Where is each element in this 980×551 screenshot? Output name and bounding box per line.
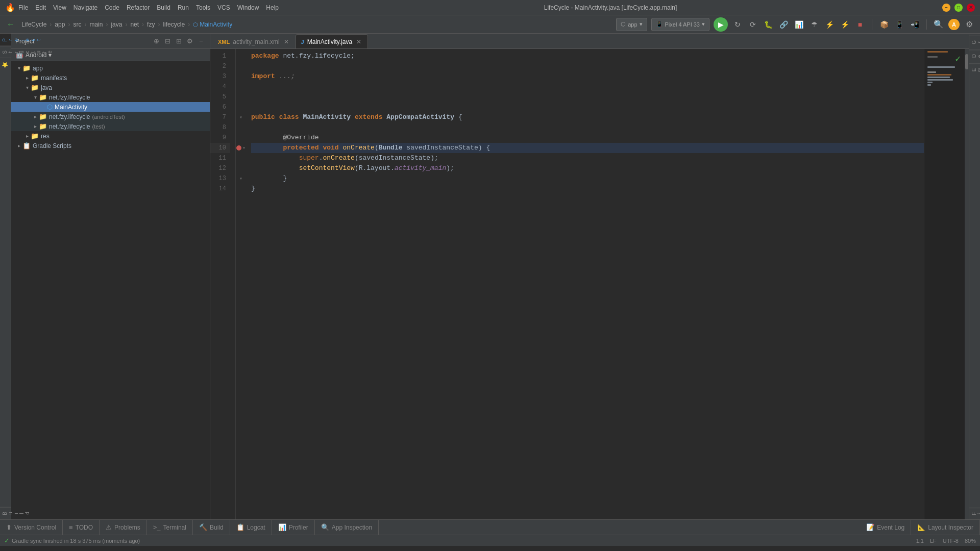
tab-mainactivity-java[interactable]: J MainActivity.java ✕ [296, 34, 369, 48]
breadcrumb-app[interactable]: app [55, 21, 65, 28]
device-select[interactable]: 📱 Pixel 4 API 33 ▾ [651, 18, 710, 31]
bottom-tab-version-control[interactable]: ⬆ Version Control [0, 520, 63, 535]
line-num-11: 11 [210, 153, 230, 163]
minimize-button[interactable]: − [942, 4, 950, 12]
sdk-manager[interactable]: 📦 [878, 19, 890, 30]
collapse-all-button[interactable]: ⊟ [163, 37, 172, 46]
bottom-tab-app-inspection[interactable]: 🔍 App Inspection [315, 520, 379, 535]
gutter-11 [236, 153, 246, 163]
java-file-icon: J [301, 39, 304, 45]
tree-item-app[interactable]: ▾ 📁 app [11, 63, 210, 73]
tree-item-mainactivity[interactable]: ⬡ MainActivity [11, 102, 210, 112]
menu-vcs[interactable]: VCS [217, 4, 230, 11]
menu-code[interactable]: Code [105, 4, 119, 11]
breadcrumb-lifecycle[interactable]: LifeCycle [21, 21, 46, 28]
tab-close-java[interactable]: ✕ [355, 38, 362, 46]
sync-button[interactable]: ⟳ [747, 19, 758, 30]
fold-button-13[interactable]: ▾ [239, 176, 242, 182]
menu-bar[interactable]: File Edit View Navigate Code Refactor Bu… [18, 4, 279, 11]
app-module-select[interactable]: ⬡ app ▾ [616, 18, 647, 31]
menu-edit[interactable]: Edit [35, 4, 46, 11]
breakpoint-10[interactable] [236, 145, 241, 151]
scrollbar-thumb[interactable] [965, 54, 968, 69]
menu-build[interactable]: Build [157, 4, 170, 11]
breadcrumb-fzy[interactable]: fzy [147, 21, 155, 28]
menu-file[interactable]: File [18, 4, 28, 11]
bottom-tab-build[interactable]: 🔨 Build [193, 520, 230, 535]
bottom-tab-todo[interactable]: ≡ TODO [63, 520, 100, 535]
profiler-icon: 📊 [278, 523, 286, 531]
bottom-tab-layout-inspector[interactable]: 📐 Layout Inspector [911, 520, 980, 535]
editor-scrollbar[interactable] [965, 49, 969, 519]
sidebar-tab-project[interactable]: Project [0, 34, 11, 46]
sidebar-tab-emulator[interactable]: Emu [969, 63, 981, 76]
sidebar-tab-build-variants[interactable]: Build [0, 507, 11, 519]
fold-button-7[interactable]: ▾ [239, 114, 242, 120]
menu-refactor[interactable]: Refactor [127, 4, 150, 11]
sidebar-tab-gradle[interactable]: Gradle [969, 36, 981, 48]
attach-debugger[interactable]: 🔗 [778, 19, 789, 30]
code-line-14: } [251, 184, 924, 194]
coverage-button[interactable]: ☂ [808, 19, 820, 30]
tree-item-java[interactable]: ▾ 📁 java [11, 83, 210, 92]
settings-gear[interactable]: ⚙ [964, 19, 975, 30]
tree-item-manifests[interactable]: ▸ 📁 manifests [11, 73, 210, 83]
tab-activity-main-xml[interactable]: XML activity_main.xml ✕ [212, 34, 296, 48]
menu-tools[interactable]: Tools [196, 4, 210, 11]
filter-button[interactable]: ⊞ [174, 37, 183, 46]
tree-item-net-fzy-lifecycle[interactable]: ▾ 📁 net.fzy.lifecycle [11, 92, 210, 102]
tree-item-gradle-scripts[interactable]: ▸ 📋 Gradle Scripts [11, 141, 210, 151]
window-controls[interactable]: − □ ✕ [942, 4, 975, 12]
debug-button[interactable]: 🐛 [763, 19, 774, 30]
breadcrumb-java[interactable]: java [111, 21, 122, 28]
sidebar-tab-device-files[interactable]: Files [969, 508, 981, 519]
sidebar-tab-structure[interactable]: Structure [0, 46, 11, 58]
close-button[interactable]: ✕ [967, 4, 975, 12]
status-success-icon: ✓ [4, 537, 10, 544]
tree-item-androidtest[interactable]: ▸ 📁 net.fzy.lifecycle (androidTest) [11, 112, 210, 121]
breadcrumb-mainactivity[interactable]: ⬡MainActivity [193, 21, 232, 28]
panel-hide-button[interactable]: − [197, 37, 206, 46]
build-icon: 🔨 [199, 523, 207, 531]
profile-button[interactable]: 📊 [793, 19, 804, 30]
device-manager[interactable]: 📲 [909, 19, 920, 30]
breadcrumb-lifecycle2[interactable]: lifecycle [163, 21, 185, 28]
nav-back-button[interactable]: ← [5, 19, 16, 30]
menu-navigate[interactable]: Navigate [74, 4, 97, 11]
panel-settings-button[interactable]: ⚙ [185, 37, 194, 46]
breadcrumb-src[interactable]: src [73, 21, 81, 28]
menu-view[interactable]: View [53, 4, 66, 11]
maximize-button[interactable]: □ [954, 4, 963, 12]
tree-item-test[interactable]: ▸ 📁 net.fzy.lifecycle (test) [11, 121, 210, 131]
menu-help[interactable]: Help [266, 4, 279, 11]
search-button[interactable]: 🔍 [933, 19, 944, 30]
stop-button[interactable]: ■ [854, 19, 866, 30]
avd-manager[interactable]: 📱 [894, 19, 905, 30]
sidebar-tab-favorites[interactable]: ⭐ [0, 58, 11, 72]
bottom-tab-logcat[interactable]: 📋 Logcat [230, 520, 272, 535]
run-button[interactable]: ▶ [714, 17, 728, 32]
line-num-7: 7 [210, 112, 230, 122]
sidebar-tab-device-manager[interactable]: DeviceMgr [969, 49, 981, 62]
new-item-button[interactable]: ⊕ [152, 37, 161, 46]
breadcrumb-net[interactable]: net [130, 21, 139, 28]
user-avatar[interactable]: A [948, 19, 960, 30]
bottom-tab-terminal[interactable]: >_ Terminal [147, 520, 193, 535]
status-message: Gradle sync finished in 18 s 375 ms (mom… [12, 538, 140, 544]
bottom-tab-profiler[interactable]: 📊 Profiler [272, 520, 315, 535]
menu-window[interactable]: Window [237, 4, 259, 11]
breadcrumb-main[interactable]: main [89, 21, 103, 28]
apply-code-changes[interactable]: ⚡ [839, 19, 850, 30]
reload-button[interactable]: ↻ [732, 19, 743, 30]
bottom-tab-event-log[interactable]: 📝 Event Log [860, 520, 911, 535]
tree-item-res[interactable]: ▸ 📁 res [11, 131, 210, 141]
code-editor[interactable]: 1 2 3 4 5 6 7 8 9 10 11 12 13 14 [210, 49, 969, 519]
tab-close-xml[interactable]: ✕ [283, 38, 290, 46]
menu-run[interactable]: Run [178, 4, 189, 11]
encoding: UTF-8 [943, 538, 959, 544]
code-content[interactable]: package net.fzy.lifecycle; import ...; p… [246, 49, 924, 519]
gutter-1 [236, 51, 246, 61]
fold-button-10[interactable]: ▾ [242, 145, 246, 151]
apply-changes[interactable]: ⚡ [824, 19, 835, 30]
bottom-tab-problems[interactable]: ⚠ Problems [100, 520, 147, 535]
